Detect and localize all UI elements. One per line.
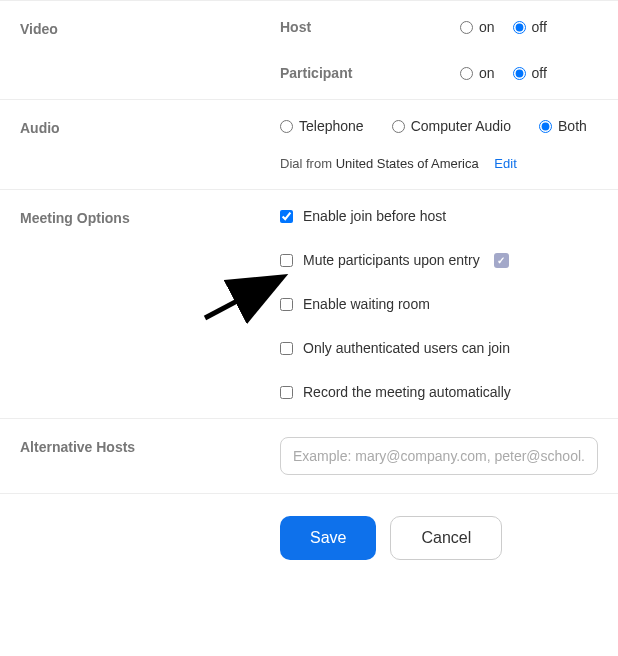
audio-telephone-label: Telephone xyxy=(299,118,364,134)
alternative-hosts-section: Alternative Hosts xyxy=(0,418,618,493)
video-participant-off[interactable]: off xyxy=(513,65,547,81)
cancel-button[interactable]: Cancel xyxy=(390,516,502,560)
video-host-on[interactable]: on xyxy=(460,19,495,35)
option-waiting-checkbox[interactable] xyxy=(280,298,293,311)
video-participant-on-label: on xyxy=(479,65,495,81)
alternative-hosts-content xyxy=(280,437,598,475)
option-record[interactable]: Record the meeting automatically xyxy=(280,384,598,400)
info-icon[interactable]: ✓ xyxy=(494,253,509,268)
audio-computer-label: Computer Audio xyxy=(411,118,511,134)
video-participant-row: Participant on off xyxy=(280,65,598,81)
meeting-options-section: Meeting Options Enable join before host … xyxy=(0,189,618,418)
option-mute-label: Mute participants upon entry xyxy=(303,252,480,268)
save-button[interactable]: Save xyxy=(280,516,376,560)
audio-radios: Telephone Computer Audio Both xyxy=(280,118,598,134)
video-host-on-radio[interactable] xyxy=(460,21,473,34)
video-participant-radios: on off xyxy=(460,65,547,81)
video-participant-on-radio[interactable] xyxy=(460,67,473,80)
button-section: Save Cancel xyxy=(0,493,618,582)
audio-section: Audio Telephone Computer Audio Both Dial… xyxy=(0,99,618,189)
option-enable-join-label: Enable join before host xyxy=(303,208,446,224)
video-host-off-label: off xyxy=(532,19,547,35)
option-enable-join-checkbox[interactable] xyxy=(280,210,293,223)
video-section: Video Host on off Participant on xyxy=(0,0,618,99)
audio-both[interactable]: Both xyxy=(539,118,587,134)
dial-from: Dial from United States of America Edit xyxy=(280,156,598,171)
alternative-hosts-input[interactable] xyxy=(280,437,598,475)
dial-from-region: United States of America xyxy=(336,156,479,171)
meeting-options-list: Enable join before host Mute participant… xyxy=(280,208,598,400)
option-mute-participants[interactable]: Mute participants upon entry ✓ xyxy=(280,252,598,268)
video-host-radios: on off xyxy=(460,19,547,35)
dial-edit-link[interactable]: Edit xyxy=(494,156,516,171)
option-authenticated-checkbox[interactable] xyxy=(280,342,293,355)
audio-computer[interactable]: Computer Audio xyxy=(392,118,511,134)
video-host-off[interactable]: off xyxy=(513,19,547,35)
option-waiting-label: Enable waiting room xyxy=(303,296,430,312)
audio-label: Audio xyxy=(20,118,280,171)
option-authenticated[interactable]: Only authenticated users can join xyxy=(280,340,598,356)
video-host-label: Host xyxy=(280,19,460,35)
meeting-options-label: Meeting Options xyxy=(20,208,280,400)
video-host-off-radio[interactable] xyxy=(513,21,526,34)
audio-telephone-radio[interactable] xyxy=(280,120,293,133)
meeting-options-content: Enable join before host Mute participant… xyxy=(280,208,598,400)
alternative-hosts-label: Alternative Hosts xyxy=(20,437,280,475)
dial-from-prefix: Dial from xyxy=(280,156,332,171)
option-enable-join-before-host[interactable]: Enable join before host xyxy=(280,208,598,224)
video-label: Video xyxy=(20,19,280,81)
audio-content: Telephone Computer Audio Both Dial from … xyxy=(280,118,598,171)
option-authenticated-label: Only authenticated users can join xyxy=(303,340,510,356)
audio-telephone[interactable]: Telephone xyxy=(280,118,364,134)
option-waiting-room[interactable]: Enable waiting room xyxy=(280,296,598,312)
video-participant-off-label: off xyxy=(532,65,547,81)
audio-both-radio[interactable] xyxy=(539,120,552,133)
option-record-checkbox[interactable] xyxy=(280,386,293,399)
video-participant-off-radio[interactable] xyxy=(513,67,526,80)
video-host-row: Host on off xyxy=(280,19,598,35)
option-mute-checkbox[interactable] xyxy=(280,254,293,267)
audio-both-label: Both xyxy=(558,118,587,134)
video-participant-on[interactable]: on xyxy=(460,65,495,81)
video-content: Host on off Participant on xyxy=(280,19,598,81)
option-record-label: Record the meeting automatically xyxy=(303,384,511,400)
audio-computer-radio[interactable] xyxy=(392,120,405,133)
video-participant-label: Participant xyxy=(280,65,460,81)
video-host-on-label: on xyxy=(479,19,495,35)
